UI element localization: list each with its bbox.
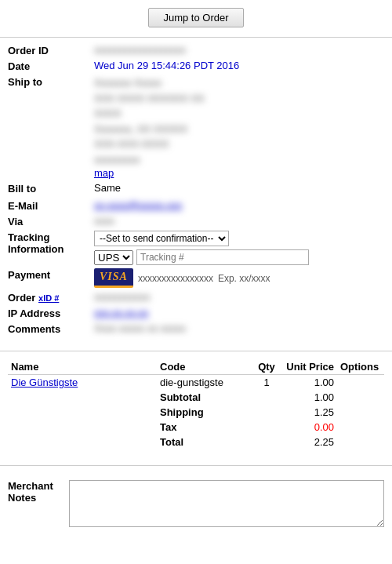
order-info-section: Order ID xxxxxxxxxxxxxxxxxx Date Wed Jun… <box>0 38 392 343</box>
table-row: Die Günstigste die-gunstigste 1 1.00 <box>8 375 384 391</box>
ship-line3: XXXX <box>94 106 384 122</box>
row-name: Die Günstigste <box>8 375 157 391</box>
product-link[interactable]: Die Günstigste <box>11 377 78 388</box>
row-code: die-gunstigste <box>157 375 251 391</box>
order-xid-value: xxxxxxxxxxx <box>94 291 384 303</box>
ship-address-block: Xxxxxxx Xxxxx XXX XXXX XXXXXX XX XXXX Xx… <box>94 75 384 167</box>
payment-row: Payment VISA xxxxxxxxxxxxxxxx Exp. xx/xx… <box>8 268 384 288</box>
subtotal-value: 1.00 <box>282 390 337 405</box>
subtotal-label: Subtotal <box>157 390 251 405</box>
ship-line1: Xxxxxxx Xxxxx <box>94 75 384 91</box>
merchant-notes-row: MerchantNotes <box>8 480 384 527</box>
merchant-notes-label: MerchantNotes <box>8 480 53 504</box>
tax-value: 0.00 <box>282 420 337 435</box>
email-value: xx-xxxx@xxxxx.xxx <box>94 199 384 211</box>
ship-line5: XXX-XXX-XXXX <box>94 136 384 152</box>
col-name-header: Name <box>8 359 157 375</box>
col-code-header: Code <box>157 359 251 375</box>
tracking-row: TrackingInformation --Set to send confir… <box>8 231 384 265</box>
row-qty: 1 <box>251 375 282 391</box>
tax-label: Tax <box>157 420 251 435</box>
tracking-label: TrackingInformation <box>8 231 94 255</box>
order-table-section: Name Code Qty Unit Price Options Die Gün… <box>0 359 392 457</box>
ship-to-label: Ship to <box>8 75 94 88</box>
order-xid-row: Order xID # xxxxxxxxxxx <box>8 291 384 304</box>
jump-to-order-button[interactable]: Jump to Order <box>148 8 243 27</box>
ship-line4: Xxxxxxx, XX XXXXX <box>94 122 384 137</box>
ship-line2: XXX XXXX XXXXXX XX <box>94 91 384 107</box>
email-label: E-Mail <box>8 199 94 212</box>
ip-row: IP Address xxx.xx.xx.xx <box>8 307 384 319</box>
merchant-notes-textarea[interactable] <box>69 480 384 527</box>
comments-row: Comments Xxxx xxxxx xx xxxxx <box>8 322 384 335</box>
tax-row: Tax 0.00 <box>8 420 384 435</box>
total-value: 2.25 <box>282 435 337 449</box>
order-id-label: Order ID <box>8 44 94 56</box>
comments-label: Comments <box>8 322 94 335</box>
tracking-confirmation-select[interactable]: --Set to send confirmation-- <box>94 231 229 246</box>
via-label: Via <box>8 215 94 227</box>
total-label: Total <box>157 435 251 449</box>
ship-to-value: Xxxxxxx Xxxxx XXX XXXX XXXXXX XX XXXX Xx… <box>94 75 384 179</box>
tracking-input-row: UPS <box>94 249 384 265</box>
tracking-carrier-select[interactable]: UPS <box>94 250 133 265</box>
total-row: Total 2.25 <box>8 435 384 449</box>
ip-value: xxx.xx.xx.xx <box>94 307 384 318</box>
top-bar: Jump to Order <box>0 0 392 38</box>
email-row: E-Mail xx-xxxx@xxxxx.xxx <box>8 199 384 212</box>
bill-to-label: Bill to <box>8 182 94 195</box>
payment-card-number: xxxxxxxxxxxxxxxx <box>138 273 213 284</box>
ship-to-row: Ship to Xxxxxxx Xxxxx XXX XXXX XXXXXX XX… <box>8 75 384 179</box>
section-divider-1 <box>0 351 392 351</box>
payment-block: VISA xxxxxxxxxxxxxxxx Exp. xx/xxxx <box>94 268 384 288</box>
subtotal-row: Subtotal 1.00 <box>8 390 384 405</box>
col-qty-header: Qty <box>251 359 282 375</box>
tracking-controls: --Set to send confirmation-- UPS <box>94 231 384 265</box>
bill-to-value: Same <box>94 182 384 194</box>
order-xid-label: Order xID # <box>8 291 94 304</box>
shipping-value: 1.25 <box>282 405 337 420</box>
shipping-label: Shipping <box>157 405 251 420</box>
map-link[interactable]: map <box>94 167 384 179</box>
via-row: Via xxxx <box>8 215 384 227</box>
payment-exp: Exp. xx/xxxx <box>218 273 270 284</box>
shipping-row: Shipping 1.25 <box>8 405 384 420</box>
col-unit-header: Unit Price <box>282 359 337 375</box>
comments-value: Xxxx xxxxx xx xxxxx <box>94 322 384 334</box>
row-unit-price: 1.00 <box>282 375 337 391</box>
via-value: xxxx <box>94 215 384 227</box>
order-id-row: Order ID xxxxxxxxxxxxxxxxxx <box>8 44 384 56</box>
table-header-row: Name Code Qty Unit Price Options <box>8 359 384 375</box>
order-table: Name Code Qty Unit Price Options Die Gün… <box>8 359 384 449</box>
date-label: Date <box>8 60 94 72</box>
payment-label: Payment <box>8 268 94 281</box>
xid-link[interactable]: xID # <box>38 293 59 303</box>
col-options-header: Options <box>337 359 384 375</box>
order-id-value: xxxxxxxxxxxxxxxxxx <box>94 44 384 56</box>
merchant-notes-section: MerchantNotes <box>0 474 392 535</box>
payment-value: VISA xxxxxxxxxxxxxxxx Exp. xx/xxxx <box>94 268 384 288</box>
ship-line6: xxxxxxxxx <box>94 152 384 168</box>
bill-to-row: Bill to Same <box>8 182 384 195</box>
tracking-number-input[interactable] <box>136 249 309 265</box>
date-row: Date Wed Jun 29 15:44:26 PDT 2016 <box>8 60 384 72</box>
ip-label: IP Address <box>8 307 94 319</box>
date-value: Wed Jun 29 15:44:26 PDT 2016 <box>94 60 384 71</box>
tracking-value: --Set to send confirmation-- UPS <box>94 231 384 265</box>
section-divider-2 <box>0 465 392 466</box>
tracking-confirmation-row: --Set to send confirmation-- <box>94 231 384 246</box>
visa-logo: VISA <box>94 268 133 288</box>
row-options <box>337 375 384 391</box>
